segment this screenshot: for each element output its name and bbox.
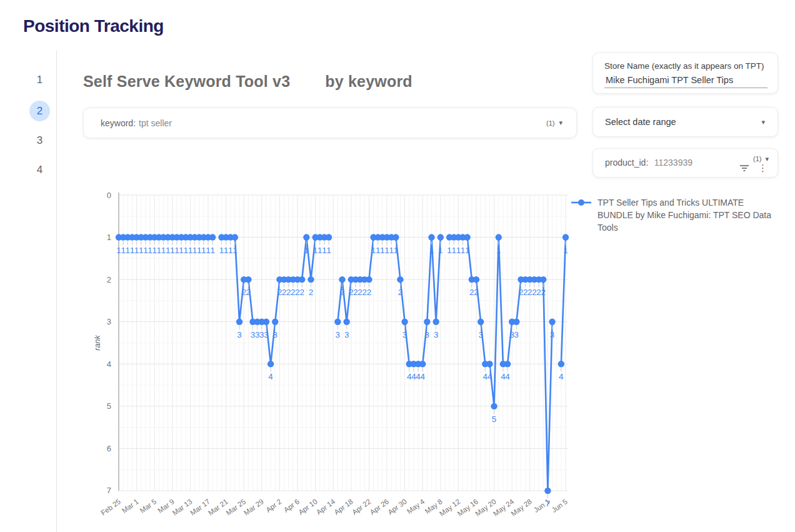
svg-text:3: 3 — [272, 330, 278, 339]
keyword-filter-count: (1) — [546, 119, 554, 127]
dashboard-page: Position Tracking 1 2 3 4 Self Serve Key… — [0, 0, 795, 532]
keyword-filter-control[interactable]: keyword: tpt seller (1) ▾ — [83, 108, 577, 138]
keyword-filter-label: keyword: — [101, 118, 136, 128]
chart-legend: TPT Seller Tips and Tricks ULTIMATE BUND… — [571, 196, 783, 234]
svg-text:4: 4 — [107, 359, 111, 369]
svg-text:Mar 13: Mar 13 — [171, 498, 194, 517]
svg-text:1: 1 — [304, 246, 309, 255]
sidebar-page-4[interactable]: 4 — [29, 159, 50, 180]
svg-text:3: 3 — [344, 330, 349, 339]
svg-text:4: 4 — [505, 372, 510, 381]
svg-text:Jun 5: Jun 5 — [550, 498, 569, 514]
svg-text:Mar 25: Mar 25 — [224, 498, 247, 517]
store-name-label: Store Name (exactly as it appears on TPT… — [604, 61, 766, 71]
svg-text:Mar 17: Mar 17 — [189, 498, 211, 517]
svg-text:Mar 1: Mar 1 — [121, 498, 140, 514]
svg-text:2: 2 — [340, 288, 345, 297]
keyword-filter-value: tpt seller — [139, 118, 172, 128]
svg-text:3: 3 — [402, 330, 408, 339]
report-heading-right: by keyword — [325, 73, 412, 91]
svg-text:3: 3 — [434, 330, 439, 339]
svg-text:4: 4 — [559, 372, 564, 381]
svg-text:Apr 22: Apr 22 — [351, 498, 372, 516]
svg-text:Apr 10: Apr 10 — [297, 498, 318, 516]
sidebar-page-1[interactable]: 1 — [29, 69, 50, 90]
svg-text:1: 1 — [394, 246, 399, 255]
product-id-filter-control[interactable]: product_id: 11233939 (1) ▾ ⋮ — [592, 148, 778, 178]
filter-list-icon[interactable] — [739, 164, 749, 172]
store-name-filter-card: Store Name (exactly as it appears on TPT… — [592, 53, 778, 94]
svg-text:1: 1 — [438, 246, 443, 255]
svg-text:Apr 30: Apr 30 — [386, 498, 408, 516]
date-range-label: Select date range — [605, 117, 676, 127]
svg-text:3: 3 — [264, 330, 269, 339]
svg-text:May 4: May 4 — [406, 498, 426, 515]
svg-text:2: 2 — [299, 288, 304, 297]
svg-text:Apr 14: Apr 14 — [315, 498, 337, 516]
svg-text:2: 2 — [246, 288, 251, 297]
sidebar-divider — [56, 50, 57, 532]
svg-text:Apr 18: Apr 18 — [333, 498, 354, 516]
svg-text:1: 1 — [210, 246, 215, 255]
product-id-label: product_id: — [605, 158, 648, 168]
svg-text:Apr 26: Apr 26 — [369, 498, 390, 516]
svg-text:Apr 2: Apr 2 — [264, 498, 282, 514]
svg-text:2: 2 — [367, 288, 372, 297]
svg-text:1: 1 — [326, 246, 331, 255]
svg-text:3: 3 — [107, 317, 111, 326]
svg-text:7: 7 — [546, 499, 551, 508]
svg-text:4: 4 — [268, 372, 273, 381]
svg-text:1: 1 — [465, 246, 470, 255]
kebab-menu-icon[interactable]: ⋮ — [757, 163, 769, 173]
sidebar-page-3[interactable]: 3 — [29, 130, 50, 151]
svg-text:5: 5 — [492, 414, 497, 424]
chevron-down-icon[interactable]: ▾ — [559, 119, 562, 126]
legend-series-label: TPT Seller Tips and Tricks ULTIMATE BUND… — [598, 196, 779, 234]
date-range-control[interactable]: Select date range ▾ — [592, 107, 778, 137]
svg-text:1: 1 — [496, 246, 501, 255]
svg-text:2: 2 — [309, 288, 314, 297]
sidebar-page-2-selected[interactable]: 2 — [29, 101, 50, 121]
svg-text:Mar 5: Mar 5 — [139, 498, 158, 514]
product-id-value: 11233939 — [654, 158, 692, 168]
svg-text:1: 1 — [107, 233, 111, 242]
svg-text:May 28: May 28 — [509, 498, 533, 518]
svg-text:6: 6 — [107, 444, 111, 453]
svg-text:3: 3 — [336, 330, 341, 339]
svg-text:3: 3 — [514, 330, 519, 339]
chevron-down-icon[interactable]: ▾ — [765, 156, 769, 163]
report-heading-left: Self Serve Keyword Tool v3 — [83, 73, 290, 91]
svg-text:2: 2 — [474, 288, 479, 297]
svg-text:rank: rank — [93, 335, 102, 351]
chevron-down-icon[interactable]: ▾ — [761, 119, 765, 126]
legend-line-dot-marker — [571, 199, 592, 206]
svg-text:3: 3 — [550, 330, 555, 339]
svg-text:2: 2 — [398, 288, 403, 297]
product-id-count: (1) — [753, 155, 761, 163]
report-heading: Self Serve Keyword Tool v3 by keyword — [83, 73, 412, 91]
svg-text:3: 3 — [237, 330, 242, 339]
rank-line-chart-svg: 01234567rankFeb 25Mar 1Mar 5Mar 9Mar 13M… — [81, 188, 581, 532]
svg-text:5: 5 — [107, 401, 111, 411]
svg-text:1: 1 — [429, 246, 434, 255]
rank-line-chart: 01234567rankFeb 25Mar 1Mar 5Mar 9Mar 13M… — [81, 188, 581, 532]
svg-text:4: 4 — [420, 372, 425, 381]
svg-text:2: 2 — [107, 275, 111, 284]
svg-text:3: 3 — [425, 330, 430, 339]
svg-text:Feb 25: Feb 25 — [99, 498, 122, 517]
svg-text:3: 3 — [478, 330, 483, 339]
svg-text:Mar 29: Mar 29 — [242, 498, 265, 517]
svg-text:2: 2 — [541, 288, 546, 297]
svg-text:0: 0 — [107, 191, 111, 200]
svg-text:4: 4 — [488, 372, 492, 381]
page-title: Position Tracking — [23, 16, 164, 36]
svg-text:Mar 21: Mar 21 — [207, 498, 229, 517]
svg-text:1: 1 — [232, 246, 238, 255]
svg-text:1: 1 — [563, 246, 568, 255]
svg-text:7: 7 — [107, 486, 111, 495]
store-name-input[interactable] — [604, 75, 768, 88]
